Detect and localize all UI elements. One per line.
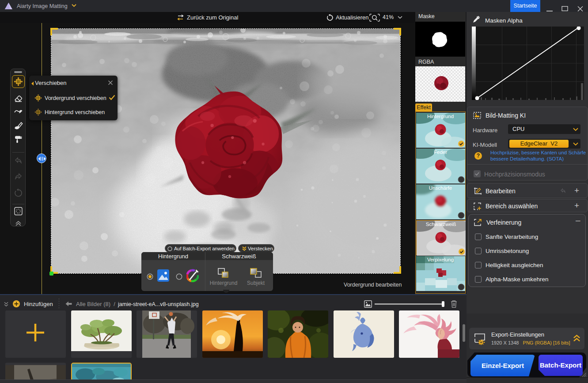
svg-text:Hintergrund: Hintergrund <box>427 114 453 119</box>
svg-text:Verpixelung: Verpixelung <box>427 257 453 262</box>
svg-text:Feder: Feder <box>433 149 447 155</box>
svg-text:Schwarzweiß: Schwarzweiß <box>425 222 455 227</box>
svg-text:Unschärfe: Unschärfe <box>429 185 451 191</box>
